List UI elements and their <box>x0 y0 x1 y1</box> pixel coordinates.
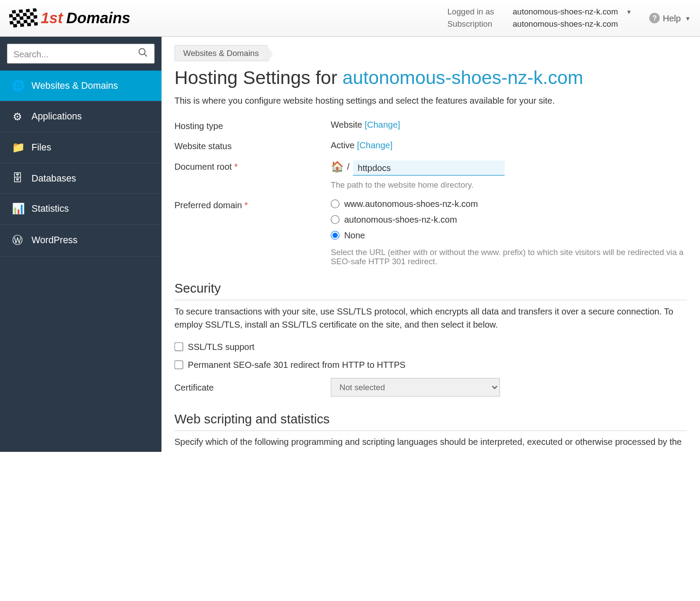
breadcrumb-bar: Websites & Domains <box>175 37 687 67</box>
checkered-flag-icon <box>9 8 38 28</box>
required-asterisk: * <box>234 161 238 171</box>
preferred-domain-radios: www.autonomous-shoes-nz-k.com autonomous… <box>331 199 687 241</box>
security-section-title: Security <box>175 281 687 300</box>
sidebar-item-wordpress[interactable]: Ⓦ WordPress <box>0 224 161 256</box>
hosting-type-change-link[interactable]: [Change] <box>364 119 400 129</box>
stats-section-title: Web scripting and statistics <box>175 412 687 431</box>
gear-icon: ⚙ <box>12 110 24 123</box>
sidebar-item-websites-domains[interactable]: 🌐 Websites & Domains <box>0 70 161 101</box>
sidebar-item-databases[interactable]: 🗄 Databases <box>0 163 161 193</box>
status-change-link[interactable]: [Change] <box>357 140 392 150</box>
help-dropdown[interactable]: ? Help ▼ <box>649 13 690 23</box>
page-title-domain: autonomous-shoes-nz-k.com <box>343 67 583 88</box>
sidebar-item-label: Websites & Domains <box>32 80 118 91</box>
logged-in-label: Logged in as <box>447 6 505 18</box>
sidebar-item-label: Statistics <box>32 203 69 214</box>
help-label: Help <box>663 13 681 23</box>
sidebar-item-label: Databases <box>32 173 76 183</box>
docroot-label: Document root <box>175 161 232 171</box>
sidebar-item-applications[interactable]: ⚙ Applications <box>0 101 161 133</box>
sidebar-item-statistics[interactable]: 📊 Statistics <box>0 194 161 225</box>
search-icon <box>138 47 148 60</box>
preferred-domain-option-www[interactable]: www.autonomous-shoes-nz-k.com <box>331 199 687 209</box>
folder-icon: 📁 <box>12 141 24 154</box>
help-icon: ? <box>649 13 660 23</box>
path-separator: / <box>347 161 350 171</box>
docroot-hint: The path to the website home directory. <box>331 180 687 189</box>
certificate-label: Certificate <box>175 382 331 392</box>
page-title: Hosting Settings for autonomous-shoes-nz… <box>175 67 687 88</box>
search-input[interactable] <box>14 49 138 59</box>
logo-prefix: 1st <box>41 9 63 27</box>
radio-input[interactable] <box>331 231 340 240</box>
preferred-domain-label: Preferred domain <box>175 200 242 210</box>
database-icon: 🗄 <box>12 172 24 184</box>
svg-line-1 <box>144 54 147 56</box>
sidebar-item-files[interactable]: 📁 Files <box>0 133 161 164</box>
sidebar: 🌐 Websites & Domains ⚙ Applications 📁 Fi… <box>0 37 161 452</box>
certificate-row: Certificate Not selected <box>175 378 687 397</box>
sidebar-item-label: Applications <box>32 112 82 122</box>
sidebar-item-label: Files <box>32 142 51 153</box>
logo-text: Domains <box>66 9 130 27</box>
stats-desc: Specify which of the following programmi… <box>175 436 687 452</box>
preferred-domain-option-nowww[interactable]: autonomous-shoes-nz-k.com <box>331 215 687 225</box>
status-row: Website status Active [Change] <box>175 140 687 151</box>
ssl-support-checkbox[interactable] <box>175 342 183 351</box>
logo-area: 1st Domains <box>9 9 130 27</box>
hosting-type-label: Hosting type <box>175 119 331 130</box>
ssl-support-checkbox-row[interactable]: SSL/TLS support <box>175 342 687 352</box>
hosting-type-value: Website <box>331 119 362 129</box>
search-wrap <box>0 37 161 70</box>
radio-label: www.autonomous-shoes-nz-k.com <box>344 199 478 209</box>
radio-input[interactable] <box>331 215 340 224</box>
brand-logo[interactable]: 1st Domains <box>9 9 130 27</box>
search-box[interactable] <box>7 44 154 63</box>
top-header: 1st Domains Logged in as autonomous-shoe… <box>0 0 700 37</box>
chart-icon: 📊 <box>12 203 24 215</box>
home-icon: 🏠 <box>331 161 343 173</box>
intro-text: This is where you configure website host… <box>175 96 687 106</box>
docroot-row: Document root * 🏠 / The path to the webs… <box>175 161 687 190</box>
preferred-domain-row: Preferred domain * www.autonomous-shoes-… <box>175 199 687 266</box>
caret-down-icon: ▼ <box>685 15 690 21</box>
svg-point-0 <box>139 49 145 55</box>
main-content: Websites & Domains Hosting Settings for … <box>161 37 700 452</box>
status-label: Website status <box>175 140 331 151</box>
header-login-info: Logged in as autonomous-shoes-nz-k.com ▼… <box>447 6 632 30</box>
wordpress-icon: Ⓦ <box>12 233 24 247</box>
radio-label: None <box>344 231 365 241</box>
subscription-row[interactable]: Subscription autonomous-shoes-nz-k.com <box>447 18 632 30</box>
preferred-domain-hint: Select the URL (either with or without t… <box>331 247 687 266</box>
seo-redirect-checkbox[interactable] <box>175 360 183 369</box>
page-title-prefix: Hosting Settings for <box>175 67 343 88</box>
preferred-domain-option-none[interactable]: None <box>331 231 687 241</box>
ssl-support-label: SSL/TLS support <box>188 342 254 352</box>
docroot-input[interactable] <box>353 161 505 176</box>
radio-label: autonomous-shoes-nz-k.com <box>344 215 457 225</box>
logged-in-value: autonomous-shoes-nz-k.com <box>513 6 618 18</box>
certificate-select[interactable]: Not selected <box>331 378 500 397</box>
security-desc: To secure transactions with your site, u… <box>175 305 687 331</box>
breadcrumb[interactable]: Websites & Domains <box>175 45 268 61</box>
subscription-label: Subscription <box>447 18 505 30</box>
caret-down-icon: ▼ <box>626 7 632 16</box>
required-asterisk: * <box>245 200 248 210</box>
seo-redirect-checkbox-row[interactable]: Permanent SEO-safe 301 redirect from HTT… <box>175 360 687 370</box>
seo-redirect-label: Permanent SEO-safe 301 redirect from HTT… <box>188 360 406 370</box>
globe-icon: 🌐 <box>12 79 24 92</box>
radio-input[interactable] <box>331 199 340 208</box>
logged-in-row[interactable]: Logged in as autonomous-shoes-nz-k.com ▼ <box>447 6 632 18</box>
subscription-value: autonomous-shoes-nz-k.com <box>513 18 618 30</box>
hosting-type-row: Hosting type Website [Change] <box>175 119 687 130</box>
status-value: Active <box>331 140 354 150</box>
sidebar-item-label: WordPress <box>32 235 77 245</box>
